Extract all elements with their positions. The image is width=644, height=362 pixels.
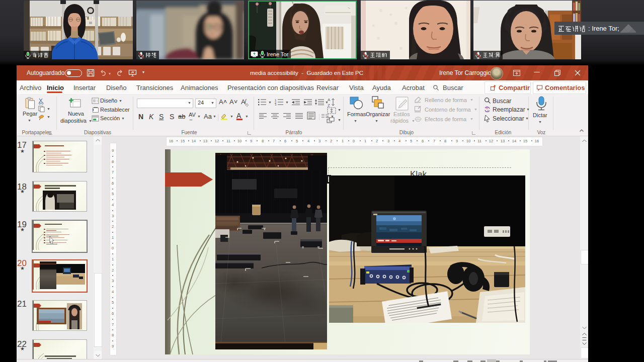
svg-text:3: 3 <box>275 103 277 106</box>
svg-text:c: c <box>487 109 489 113</box>
svg-text:Z: Z <box>328 103 330 107</box>
svg-text:A: A <box>328 98 331 102</box>
